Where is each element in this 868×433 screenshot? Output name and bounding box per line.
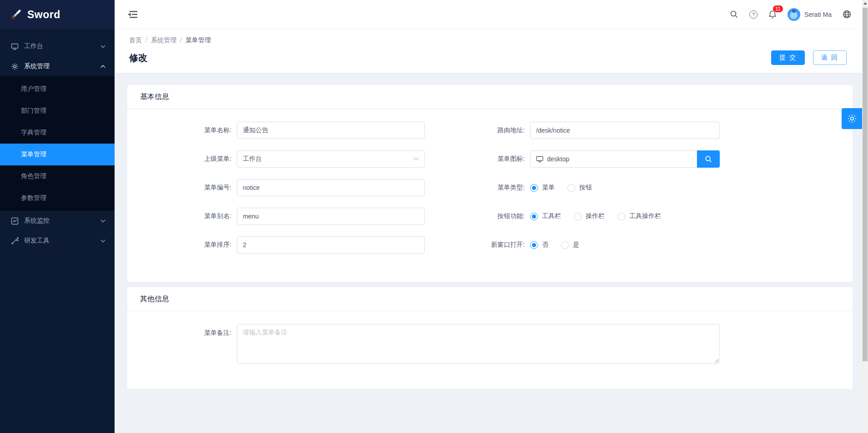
new-window-option-no[interactable]: 否 bbox=[530, 241, 548, 249]
notification-badge: 11 bbox=[773, 5, 783, 13]
sidebar-item-dev-tools[interactable]: 研发工具 bbox=[0, 231, 115, 251]
breadcrumb-system-manage[interactable]: 系统管理 bbox=[151, 36, 176, 45]
notification-button[interactable]: 11 bbox=[768, 10, 777, 19]
button-func-option-actionbar[interactable]: 操作栏 bbox=[574, 212, 605, 220]
menu-icon-label: 菜单图标: bbox=[425, 155, 530, 163]
sidebar-item-workbench[interactable]: 工作台 bbox=[0, 36, 115, 56]
radio-selected-icon bbox=[530, 241, 538, 249]
chevron-down-icon bbox=[413, 157, 419, 161]
sidebar-submenu-system: 用户管理 部门管理 字典管理 菜单管理 角色管理 参数管理 bbox=[0, 76, 115, 211]
app-logo[interactable]: Sword bbox=[0, 0, 115, 29]
menu-fold-icon bbox=[127, 10, 138, 20]
submenu-label: 参数管理 bbox=[21, 194, 46, 202]
parent-menu-label: 上级菜单: bbox=[127, 155, 237, 163]
radio-label: 是 bbox=[573, 241, 579, 249]
chart-icon bbox=[11, 217, 19, 225]
scrollbar-thumb[interactable] bbox=[863, 8, 868, 361]
sidebar-item-role-manage[interactable]: 角色管理 bbox=[0, 165, 115, 187]
monitor-icon bbox=[11, 43, 19, 50]
sidebar-item-dict-manage[interactable]: 字典管理 bbox=[0, 122, 115, 144]
menu-sort-label: 菜单排序: bbox=[127, 241, 237, 249]
language-button[interactable] bbox=[843, 10, 851, 19]
sidebar-item-label: 工作台 bbox=[24, 42, 43, 50]
user-menu[interactable]: Serati Ma bbox=[788, 8, 832, 21]
section-title-basic: 基本信息 bbox=[127, 85, 853, 109]
parent-menu-value: 工作台 bbox=[243, 155, 262, 163]
breadcrumb-menu-manage: 菜单管理 bbox=[186, 36, 211, 45]
chevron-down-icon bbox=[100, 219, 105, 223]
sidebar-item-menu-manage[interactable]: 菜单管理 bbox=[0, 144, 115, 165]
search-icon bbox=[730, 10, 738, 19]
route-path-input[interactable] bbox=[530, 122, 720, 139]
button-func-option-both[interactable]: 工具操作栏 bbox=[617, 212, 661, 220]
content-area: 基本信息 菜单名称: 路由地址: 上级菜单: 工作台 bbox=[115, 73, 862, 433]
menu-code-label: 菜单编号: bbox=[127, 184, 237, 192]
menu-alias-input[interactable] bbox=[237, 208, 425, 225]
page-title-bar: 首页 / 系统管理 / 菜单管理 修改 提 交 返 回 bbox=[115, 29, 862, 73]
radio-icon bbox=[574, 213, 582, 220]
sword-logo-icon bbox=[10, 9, 22, 20]
new-window-option-yes[interactable]: 是 bbox=[561, 241, 579, 249]
menu-code-input[interactable] bbox=[237, 179, 425, 196]
button-func-option-toolbar[interactable]: 工具栏 bbox=[530, 212, 561, 220]
menu-remark-label: 菜单备注: bbox=[127, 324, 237, 341]
submit-button[interactable]: 提 交 bbox=[771, 50, 805, 65]
menu-type-radio-group: 菜单 按钮 bbox=[530, 184, 592, 192]
search-icon bbox=[705, 155, 712, 163]
help-button[interactable]: ? bbox=[749, 10, 758, 19]
radio-icon bbox=[567, 184, 575, 192]
menu-name-input[interactable] bbox=[237, 122, 425, 139]
scrollbar-up-arrow[interactable] bbox=[862, 0, 868, 7]
sidebar-item-param-manage[interactable]: 参数管理 bbox=[0, 187, 115, 209]
sidebar-item-user-manage[interactable]: 用户管理 bbox=[0, 78, 115, 100]
new-window-label: 新窗口打开: bbox=[425, 241, 530, 249]
radio-icon bbox=[617, 213, 625, 220]
radio-label: 工具栏 bbox=[542, 212, 561, 220]
header-actions: ? 11 Serati Ma bbox=[730, 8, 851, 21]
theme-settings-button[interactable] bbox=[842, 108, 862, 129]
chevron-down-icon bbox=[100, 239, 105, 243]
radio-label: 工具操作栏 bbox=[629, 212, 661, 220]
gear-icon bbox=[11, 63, 19, 70]
radio-label: 操作栏 bbox=[586, 212, 605, 220]
radio-selected-icon bbox=[530, 213, 538, 220]
sidebar-item-dept-manage[interactable]: 部门管理 bbox=[0, 100, 115, 122]
breadcrumb-home[interactable]: 首页 bbox=[129, 36, 142, 45]
icon-search-button[interactable] bbox=[697, 150, 720, 168]
menu-icon-input[interactable]: desktop bbox=[530, 150, 697, 168]
app-title: Sword bbox=[27, 9, 60, 21]
submenu-label: 角色管理 bbox=[21, 172, 46, 180]
new-window-radio-group: 否 是 bbox=[530, 241, 579, 249]
desktop-icon bbox=[536, 156, 543, 163]
avatar bbox=[788, 8, 800, 21]
menu-type-option-button[interactable]: 按钮 bbox=[567, 184, 592, 192]
menu-remark-textarea[interactable] bbox=[237, 324, 720, 364]
menu-sort-input[interactable] bbox=[237, 236, 425, 254]
menu-alias-label: 菜单别名: bbox=[127, 212, 237, 220]
radio-label: 菜单 bbox=[542, 184, 555, 192]
sidebar-collapse-button[interactable] bbox=[127, 10, 138, 20]
chevron-up-icon bbox=[100, 65, 105, 68]
basic-info-card: 基本信息 菜单名称: 路由地址: 上级菜单: 工作台 bbox=[127, 85, 853, 282]
sidebar-item-system-manage[interactable]: 系统管理 bbox=[0, 56, 115, 76]
page-title: 修改 bbox=[129, 52, 147, 64]
breadcrumb-separator: / bbox=[180, 36, 182, 45]
menu-type-option-menu[interactable]: 菜单 bbox=[530, 184, 555, 192]
menu-icon-value: desktop bbox=[547, 155, 569, 163]
submenu-label: 菜单管理 bbox=[21, 150, 46, 159]
top-header: ? 11 Serati Ma bbox=[115, 0, 862, 29]
submenu-label: 用户管理 bbox=[21, 85, 46, 93]
back-button[interactable]: 返 回 bbox=[813, 50, 847, 65]
breadcrumb-separator: / bbox=[146, 36, 147, 45]
button-func-label: 按钮功能: bbox=[425, 212, 530, 220]
parent-menu-select[interactable]: 工作台 bbox=[237, 150, 425, 168]
section-title-other: 其他信息 bbox=[127, 287, 853, 311]
question-icon: ? bbox=[749, 10, 758, 19]
radio-label: 否 bbox=[542, 241, 548, 249]
button-func-radio-group: 工具栏 操作栏 工具操作栏 bbox=[530, 212, 661, 220]
chevron-down-icon bbox=[100, 45, 105, 48]
sidebar-item-system-monitor[interactable]: 系统监控 bbox=[0, 211, 115, 231]
radio-selected-icon bbox=[530, 184, 538, 192]
window-scrollbar[interactable] bbox=[862, 0, 868, 433]
search-button[interactable] bbox=[730, 10, 738, 19]
